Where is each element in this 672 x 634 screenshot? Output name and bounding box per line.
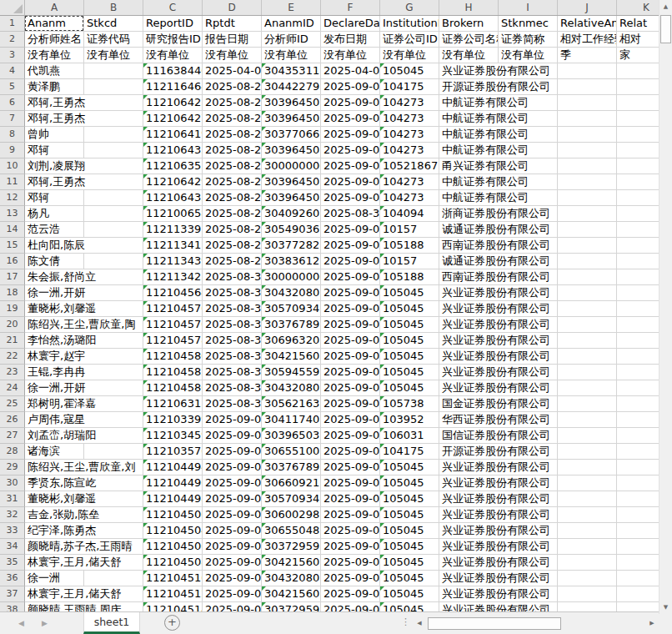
cell-E19[interactable]: 30570934; xyxy=(262,301,321,317)
cell-A11[interactable]: 邓轲,王勇杰 xyxy=(25,174,143,190)
cell-F4[interactable]: 2025-04-0 xyxy=(321,63,380,79)
cell-D21[interactable]: 2025-08-3 xyxy=(203,333,262,349)
cell-G24[interactable]: 105045 xyxy=(380,380,439,396)
cell-K33[interactable] xyxy=(617,523,659,539)
row-header-14[interactable]: 14 xyxy=(0,222,25,238)
cell-A26[interactable]: 卢周伟,寇星 xyxy=(25,412,143,428)
column-header-B[interactable]: B xyxy=(84,0,143,15)
cell-D16[interactable]: 2025-08-2 xyxy=(203,254,262,269)
cell-K4[interactable] xyxy=(617,63,659,79)
cell-H12[interactable]: 中航证券有限公司 xyxy=(439,190,558,206)
cell-J2[interactable]: 相对工作经验 xyxy=(558,32,617,48)
cell-J15[interactable] xyxy=(558,238,617,254)
select-all-button[interactable] xyxy=(0,0,25,16)
cell-B1[interactable]: Stkcd xyxy=(84,16,143,32)
cell-F31[interactable]: 2025-09-0 xyxy=(321,491,380,507)
cell-C2[interactable]: 研究报告ID xyxy=(143,32,203,48)
cell-E31[interactable]: 30570934; xyxy=(262,491,321,507)
cell-E1[interactable]: AnanmID xyxy=(262,16,321,32)
cell-H38[interactable]: 兴业证券股份有限公司 xyxy=(439,602,558,611)
cell-C11[interactable]: 112106429 xyxy=(143,174,203,190)
cell-K26[interactable] xyxy=(617,412,659,428)
cell-J1[interactable]: RelativeAn xyxy=(558,16,617,32)
cell-F14[interactable]: 2025-09-0 xyxy=(321,222,380,238)
row-header-22[interactable]: 22 xyxy=(0,349,25,365)
cell-E36[interactable]: 30432080 xyxy=(262,571,321,586)
cell-C34[interactable]: 112104506 xyxy=(143,539,203,555)
cell-D22[interactable]: 2025-08-3 xyxy=(203,349,262,365)
cell-C31[interactable]: 112104498 xyxy=(143,491,203,507)
cell-A18[interactable]: 徐一洲,开妍 xyxy=(25,285,143,301)
cell-C37[interactable]: 112104512 xyxy=(143,586,203,602)
cell-K7[interactable] xyxy=(617,111,659,127)
cell-H35[interactable]: 兴业证券股份有限公司 xyxy=(439,555,558,571)
row-header-15[interactable]: 15 xyxy=(0,238,25,254)
cell-E35[interactable]: 30421560; xyxy=(262,555,321,571)
cell-G28[interactable]: 104175 xyxy=(380,444,439,460)
row-header-37[interactable]: 37 xyxy=(0,586,25,602)
cell-F29[interactable]: 2025-09-0 xyxy=(321,460,380,476)
cell-A15[interactable]: 杜向阳,陈辰 xyxy=(25,238,143,254)
row-header-36[interactable]: 36 xyxy=(0,571,25,586)
cell-E15[interactable]: 30377282; xyxy=(262,238,321,254)
cell-K13[interactable] xyxy=(617,206,659,222)
cell-H16[interactable]: 诚通证券股份有限公司 xyxy=(439,254,558,269)
cell-D7[interactable]: 2025-08-2 xyxy=(203,111,262,127)
row-header-32[interactable]: 32 xyxy=(0,507,25,523)
cell-C18[interactable]: 112104564 xyxy=(143,285,203,301)
row-header-2[interactable]: 2 xyxy=(0,32,25,48)
cell-E33[interactable]: 30655048; xyxy=(262,523,321,539)
cell-E28[interactable]: 30655100 xyxy=(262,444,321,460)
cell-G17[interactable]: 105188 xyxy=(380,269,439,285)
cell-D26[interactable]: 2025-09-0 xyxy=(203,412,262,428)
cell-A35[interactable]: 林寰宇,王月,储天舒 xyxy=(25,555,143,571)
cell-D23[interactable]: 2025-08-3 xyxy=(203,365,262,380)
cell-D34[interactable]: 2025-09-0 xyxy=(203,539,262,555)
cell-E34[interactable]: 30372959; xyxy=(262,539,321,555)
cell-K31[interactable] xyxy=(617,491,659,507)
cell-F21[interactable]: 2025-09-0 xyxy=(321,333,380,349)
column-header-H[interactable]: H xyxy=(439,0,499,15)
cell-K38[interactable] xyxy=(617,602,659,611)
cell-H22[interactable]: 兴业证券股份有限公司 xyxy=(439,349,558,365)
cell-G5[interactable]: 104175 xyxy=(380,79,439,95)
cell-A4[interactable]: 代凯燕 xyxy=(25,63,143,79)
cell-F16[interactable]: 2025-09-0 xyxy=(321,254,380,269)
cell-H26[interactable]: 华西证券股份有限公司 xyxy=(439,412,558,428)
cell-C17[interactable]: 112113425 xyxy=(143,269,203,285)
row-header-1[interactable]: 1 xyxy=(0,16,25,32)
cell-E27[interactable]: 30396503; xyxy=(262,428,321,444)
cell-A29[interactable]: 陈绍兴,王尘,曹欣童,刘 xyxy=(25,460,143,476)
cell-F12[interactable]: 2025-09-0 xyxy=(321,190,380,206)
column-header-D[interactable]: D xyxy=(203,0,262,15)
cell-C22[interactable]: 112104580 xyxy=(143,349,203,365)
cell-D37[interactable]: 2025-09-0 xyxy=(203,586,262,602)
cell-F13[interactable]: 2025-08-3 xyxy=(321,206,380,222)
cell-F9[interactable]: 2025-09-0 xyxy=(321,143,380,158)
cell-G27[interactable]: 106031 xyxy=(380,428,439,444)
cell-D5[interactable]: 2025-08-2 xyxy=(203,79,262,95)
cell-F3[interactable]: 没有单位 xyxy=(321,48,380,63)
cell-F15[interactable]: 2025-09-0 xyxy=(321,238,380,254)
cell-G11[interactable]: 104273 xyxy=(380,174,439,190)
cell-A6[interactable]: 邓轲,王勇杰 xyxy=(25,95,143,111)
scroll-right-button[interactable]: ▶ xyxy=(645,616,659,631)
cell-F26[interactable]: 2025-09-0 xyxy=(321,412,380,428)
cell-F19[interactable]: 2025-09-0 xyxy=(321,301,380,317)
cell-A5[interactable]: 黄泽鹏 xyxy=(25,79,143,95)
cell-C13[interactable]: 112100658 xyxy=(143,206,203,222)
row-header-31[interactable]: 31 xyxy=(0,491,25,507)
cell-K37[interactable] xyxy=(617,586,659,602)
column-header-K[interactable]: K xyxy=(617,0,659,15)
cell-D17[interactable]: 2025-08-3 xyxy=(203,269,262,285)
cell-E4[interactable]: 30435311 xyxy=(262,63,321,79)
cell-F38[interactable]: 2025-09-0 xyxy=(321,602,380,611)
cell-J7[interactable] xyxy=(558,111,617,127)
cell-K27[interactable] xyxy=(617,428,659,444)
row-header-12[interactable]: 12 xyxy=(0,190,25,206)
scroll-left-button[interactable]: ◀ xyxy=(413,616,426,631)
cell-C6[interactable]: 112106425 xyxy=(143,95,203,111)
cell-J35[interactable] xyxy=(558,555,617,571)
cell-E6[interactable]: 30396450; xyxy=(262,95,321,111)
cell-D10[interactable]: 2025-08-2 xyxy=(203,158,262,174)
